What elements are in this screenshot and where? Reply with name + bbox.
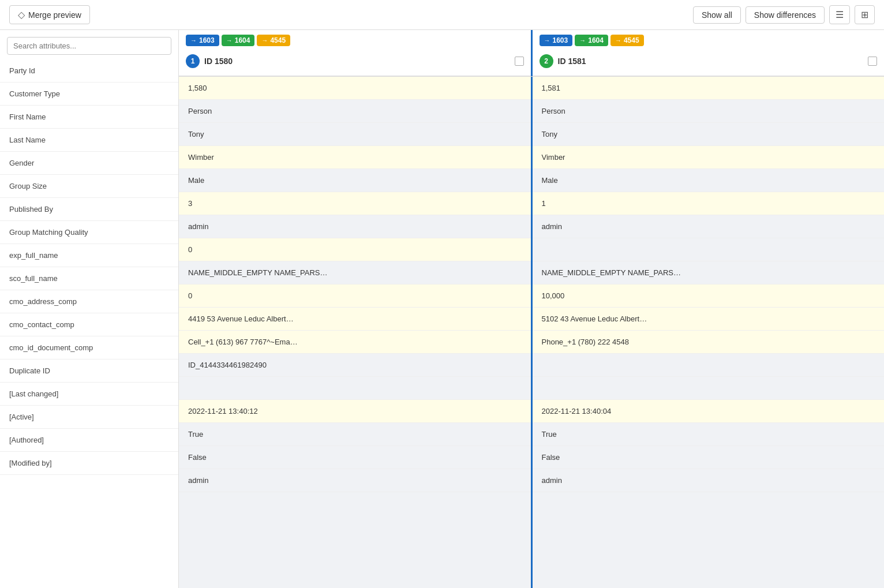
- attribute-label: cmo_contact_comp: [0, 313, 178, 336]
- diamond-icon: ◇: [18, 9, 25, 20]
- data-cell: 5102 43 Avenue Leduc Albert…: [533, 308, 885, 331]
- search-box-wrap: [0, 30, 178, 59]
- data-cell: [533, 354, 885, 377]
- right-record-checkbox[interactable]: [868, 57, 877, 66]
- data-cell: admin: [533, 215, 885, 238]
- left-record-num: 1: [186, 54, 200, 68]
- data-panels: → 1603→ 1604→ 4545 1 ID 1580 → 1603→ 160…: [179, 30, 884, 588]
- data-cell: Wimber: [179, 146, 531, 169]
- attribute-label: sco_full_name: [0, 267, 178, 290]
- data-cell: 1,581: [533, 77, 885, 100]
- attribute-label: Party Id: [0, 59, 178, 83]
- right-group-header: → 1603→ 1604→ 4545 2 ID 1581: [533, 30, 885, 76]
- data-cell: Person: [179, 100, 531, 123]
- merge-preview-label: Merge preview: [28, 10, 81, 20]
- search-input[interactable]: [7, 37, 171, 55]
- right-record-id: ID 1581: [558, 57, 586, 66]
- merge-preview-button[interactable]: ◇ Merge preview: [9, 5, 90, 24]
- data-cell: 0: [179, 238, 531, 261]
- top-bar: ◇ Merge preview Show all Show difference…: [0, 0, 884, 30]
- data-cell: ID_4144334461982490: [179, 354, 531, 377]
- data-cell: 2022-11-21 13:40:12: [179, 400, 531, 423]
- data-cell: NAME_MIDDLE_EMPTY NAME_PARS…: [179, 261, 531, 284]
- left-panel: Party IdCustomer TypeFirst NameLast Name…: [0, 30, 179, 588]
- data-cell: NAME_MIDDLE_EMPTY NAME_PARS…: [533, 261, 885, 284]
- data-cell: Phone_+1 (780) 222 4548: [533, 331, 885, 354]
- left-group-header: → 1603→ 1604→ 4545 1 ID 1580: [179, 30, 533, 76]
- show-differences-button[interactable]: Show differences: [746, 6, 825, 24]
- data-cell: admin: [533, 469, 885, 492]
- data-cell: Person: [533, 100, 885, 123]
- attribute-label: Published By: [0, 198, 178, 221]
- data-cell: 4419 53 Avenue Leduc Albert…: [179, 308, 531, 331]
- attribute-label: [Last changed]: [0, 383, 178, 406]
- group-badge[interactable]: → 4545: [610, 35, 644, 46]
- left-record-id: ID 1580: [204, 57, 233, 66]
- group-badge[interactable]: → 1603: [186, 35, 219, 46]
- data-cell: [533, 377, 885, 400]
- column-headers: → 1603→ 1604→ 4545 1 ID 1580 → 1603→ 160…: [179, 30, 884, 77]
- data-cell: 10,000: [533, 284, 885, 308]
- left-record-header: 1 ID 1580: [179, 46, 531, 76]
- attribute-label: First Name: [0, 106, 178, 129]
- data-cell: False: [179, 446, 531, 469]
- left-badges: → 1603→ 1604→ 4545: [179, 30, 531, 46]
- attribute-label: Customer Type: [0, 83, 178, 106]
- attribute-label: cmo_address_comp: [0, 290, 178, 313]
- attribute-label: Gender: [0, 152, 178, 175]
- right-record-header: 2 ID 1581: [533, 46, 885, 76]
- attribute-label: Group Matching Quality: [0, 221, 178, 244]
- data-cell: True: [533, 423, 885, 446]
- attribute-label: exp_full_name: [0, 244, 178, 267]
- attribute-label: Last Name: [0, 129, 178, 152]
- data-cell: Male: [533, 169, 885, 192]
- attribute-label: cmo_id_document_comp: [0, 336, 178, 359]
- data-cell: False: [533, 446, 885, 469]
- group-badge[interactable]: → 1604: [222, 35, 255, 46]
- data-cell: Male: [179, 169, 531, 192]
- attribute-label: Group Size: [0, 175, 178, 198]
- data-cell: [533, 238, 885, 261]
- data-cell: 2022-11-21 13:40:04: [533, 400, 885, 423]
- group-badge[interactable]: → 1603: [540, 35, 573, 46]
- data-cell: Cell_+1 (613) 967 7767^~Ema…: [179, 331, 531, 354]
- main-layout: Party IdCustomer TypeFirst NameLast Name…: [0, 30, 884, 588]
- data-cell: Tony: [533, 123, 885, 146]
- data-cell: admin: [179, 215, 531, 238]
- right-data-column: 1,581PersonTonyVimberMale1adminNAME_MIDD…: [533, 77, 885, 588]
- attribute-labels: Party IdCustomer TypeFirst NameLast Name…: [0, 59, 178, 475]
- data-cell: [179, 377, 531, 400]
- data-cell: Vimber: [533, 146, 885, 169]
- attribute-label: [Authored]: [0, 429, 178, 452]
- data-cell: 0: [179, 284, 531, 308]
- data-cell: True: [179, 423, 531, 446]
- right-badges: → 1603→ 1604→ 4545: [533, 30, 885, 46]
- settings-icon-button[interactable]: ⊞: [855, 5, 875, 24]
- right-record-info: 2 ID 1581: [540, 54, 865, 68]
- data-cell: 1: [533, 192, 885, 215]
- right-record-num: 2: [540, 54, 553, 68]
- data-cell: 1,580: [179, 77, 531, 100]
- data-cell: 3: [179, 192, 531, 215]
- left-data-column: 1,580PersonTonyWimberMale3admin0NAME_MID…: [179, 77, 533, 588]
- left-record-checkbox[interactable]: [515, 57, 524, 66]
- left-record-info: 1 ID 1580: [186, 54, 511, 68]
- attribute-label: [Modified by]: [0, 452, 178, 475]
- top-right-actions: Show all Show differences ☰ ⊞: [693, 5, 875, 24]
- data-cell: admin: [179, 469, 531, 492]
- group-badge[interactable]: → 1604: [575, 35, 608, 46]
- data-content: 1,580PersonTonyWimberMale3admin0NAME_MID…: [179, 77, 884, 588]
- group-badge[interactable]: → 4545: [257, 35, 290, 46]
- attribute-label: Duplicate ID: [0, 359, 178, 383]
- show-all-button[interactable]: Show all: [693, 6, 741, 24]
- attribute-label: [Active]: [0, 406, 178, 429]
- data-cell: Tony: [179, 123, 531, 146]
- menu-icon-button[interactable]: ☰: [829, 5, 850, 24]
